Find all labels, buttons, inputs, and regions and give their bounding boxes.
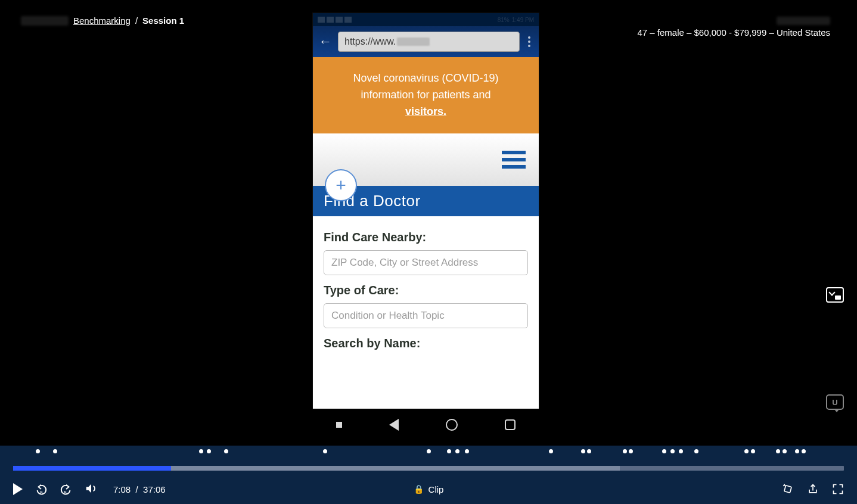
status-right: 81% 1:49 PM — [498, 17, 534, 23]
plus-fab-icon[interactable]: + — [325, 169, 357, 201]
clip-button[interactable]: 🔒 Clip — [414, 484, 444, 494]
redacted-username — [777, 17, 830, 25]
nearby-input[interactable] — [324, 250, 528, 275]
covid-text-2: information for patients and — [361, 89, 490, 101]
status-notification-icons — [318, 17, 352, 23]
battery-percent: 81% — [498, 17, 510, 23]
timeline-marker[interactable] — [455, 449, 459, 453]
browser-chrome: ← https://www. — [313, 26, 539, 57]
scrub-progress — [13, 466, 171, 471]
covid-text-1: Novel coronavirus (COVID-19) — [353, 72, 498, 84]
timeline-marker[interactable] — [694, 449, 698, 453]
participant-meta: 47 – female – $60,000 - $79,999 – United… — [637, 17, 830, 38]
timeline-marker[interactable] — [581, 449, 585, 453]
url-redacted — [397, 38, 430, 46]
timeline-marker[interactable] — [776, 449, 780, 453]
total-time: 37:06 — [143, 484, 166, 494]
browser-menu-icon[interactable] — [526, 35, 533, 49]
covid-banner[interactable]: Novel coronavirus (COVID-19) information… — [313, 57, 539, 133]
marker-row — [13, 449, 844, 455]
timeline-marker[interactable] — [795, 449, 799, 453]
breadcrumb-current: Session 1 — [142, 15, 184, 26]
timeline-marker[interactable] — [427, 449, 431, 453]
browser-back-icon[interactable]: ← — [319, 34, 332, 49]
timeline-marker[interactable] — [679, 449, 683, 453]
fullscreen-icon[interactable] — [832, 483, 844, 495]
timeline-marker[interactable] — [465, 449, 469, 453]
timeline — [0, 446, 857, 474]
covid-link-text: visitors. — [405, 105, 446, 117]
timeline-marker[interactable] — [751, 449, 755, 453]
player-controls: 5 5 7:08 / 37:06 🔒 Clip — [0, 474, 857, 504]
search-form: Find Care Nearby: Type of Care: Search b… — [313, 216, 539, 368]
rotate-icon[interactable] — [782, 483, 794, 495]
time-separator: / — [136, 484, 138, 494]
volume-icon[interactable] — [85, 482, 98, 497]
share-icon[interactable] — [807, 483, 819, 495]
play-icon[interactable] — [13, 483, 23, 495]
name-label: Search by Name: — [324, 337, 528, 350]
timeline-marker[interactable] — [802, 449, 806, 453]
timeline-marker[interactable] — [207, 449, 211, 453]
site-header: + — [313, 133, 539, 186]
nearby-label: Find Care Nearby: — [324, 231, 528, 244]
skip-back-5-icon[interactable]: 5 — [35, 483, 48, 496]
android-nav-bar — [313, 412, 539, 437]
url-text: https://www. — [344, 36, 396, 47]
breadcrumb-separator: / — [135, 15, 138, 26]
timeline-marker[interactable] — [36, 449, 40, 453]
timeline-marker[interactable] — [587, 449, 591, 453]
timeline-marker[interactable] — [323, 449, 327, 453]
participant-demographics: 47 – female – $60,000 - $79,999 – United… — [637, 27, 830, 38]
current-time: 7:08 — [113, 484, 131, 494]
timeline-marker[interactable] — [670, 449, 675, 453]
chat-bubble-icon[interactable]: U — [826, 394, 844, 410]
svg-rect-2 — [784, 486, 791, 493]
time-display: 7:08 / 37:06 — [113, 484, 166, 494]
android-status-bar: 81% 1:49 PM — [313, 13, 539, 26]
type-input[interactable] — [324, 303, 528, 328]
timeline-marker[interactable] — [662, 449, 666, 453]
timeline-marker[interactable] — [53, 449, 57, 453]
nav-recent-small-icon[interactable] — [336, 422, 342, 428]
nav-home-icon[interactable] — [446, 419, 458, 431]
timeline-marker[interactable] — [549, 449, 553, 453]
hamburger-icon[interactable] — [502, 151, 526, 169]
url-bar[interactable]: https://www. — [338, 32, 520, 52]
lock-icon: 🔒 — [414, 484, 424, 494]
nav-recent-icon[interactable] — [505, 419, 516, 430]
timeline-marker[interactable] — [623, 449, 627, 453]
breadcrumb-link[interactable]: Benchmarking — [73, 15, 131, 26]
redacted-brand — [21, 16, 69, 26]
nav-back-icon[interactable] — [389, 419, 399, 431]
type-label: Type of Care: — [324, 284, 528, 297]
clip-label: Clip — [429, 484, 444, 494]
timeline-marker[interactable] — [447, 449, 451, 453]
status-clock: 1:49 PM — [512, 17, 534, 23]
pip-button-icon[interactable] — [826, 287, 844, 303]
timeline-marker[interactable] — [629, 449, 633, 453]
svg-text:5: 5 — [64, 490, 67, 496]
timeline-marker[interactable] — [783, 449, 787, 453]
timeline-marker[interactable] — [199, 449, 203, 453]
timeline-marker[interactable] — [744, 449, 749, 453]
device-frame: 81% 1:49 PM ← https://www. Novel coronav… — [313, 13, 539, 409]
scrub-track[interactable] — [13, 466, 844, 471]
skip-forward-5-icon[interactable]: 5 — [60, 483, 73, 496]
svg-text:5: 5 — [40, 490, 43, 496]
timeline-marker[interactable] — [224, 449, 228, 453]
breadcrumb: Benchmarking / Session 1 — [21, 15, 184, 26]
